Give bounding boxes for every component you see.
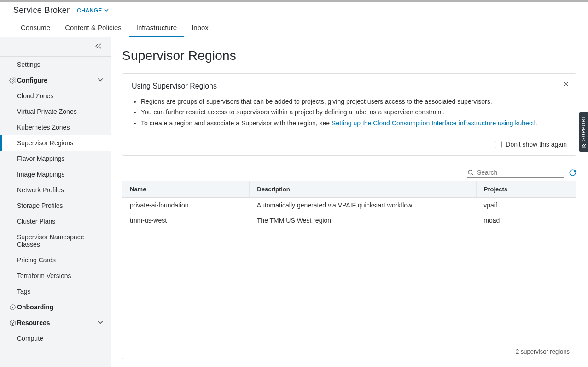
table-row[interactable]: tmm-us-west The TMM US West region moad (122, 213, 576, 228)
cell-description: The TMM US West region (250, 213, 477, 228)
sidebar-item-supervisor-namespace-classes[interactable]: Supervisor Namespace Classes (0, 229, 111, 252)
cell-name: private-ai-foundation (122, 197, 250, 213)
sidebar-section-label: Resources (17, 319, 98, 326)
info-bullet: Regions are groups of supervisors that c… (141, 97, 567, 106)
info-bullet: To create a region and associate a Super… (141, 118, 567, 128)
tab-inbox[interactable]: Inbox (184, 19, 216, 37)
collapse-sidebar-icon[interactable] (95, 43, 102, 51)
cell-projects: vpaif (476, 197, 576, 213)
gear-icon (8, 77, 17, 84)
cell-name: tmm-us-west (122, 213, 250, 228)
no-entry-icon (8, 304, 17, 311)
info-doc-link[interactable]: Setting up the Cloud Consumption Interfa… (332, 119, 536, 127)
cell-description: Automatically generated via VPAIF quicks… (250, 197, 477, 213)
svg-point-2 (468, 170, 472, 174)
sidebar-item-tags[interactable]: Tags (0, 284, 111, 299)
change-label: CHANGE (77, 7, 102, 14)
column-header-description[interactable]: Description (250, 181, 477, 198)
support-label: SUPPORT (581, 115, 586, 141)
tab-content-policies[interactable]: Content & Policies (58, 19, 129, 37)
dont-show-label: Don't show this again (506, 141, 567, 148)
info-bullet-suffix: . (536, 119, 537, 127)
sidebar-section-configure[interactable]: Configure (0, 72, 111, 88)
close-icon[interactable] (563, 80, 569, 88)
sidebar-section-resources[interactable]: Resources (0, 315, 111, 331)
search-icon (467, 169, 474, 176)
info-bullet: You can further restrict access to super… (141, 107, 567, 117)
sidebar-item-compute[interactable]: Compute (0, 331, 111, 346)
sidebar-collapse-bar (0, 37, 111, 57)
search-field[interactable] (467, 169, 564, 178)
info-bullet-text: To create a region and associate a Super… (141, 119, 332, 127)
change-service-link[interactable]: CHANGE (77, 7, 108, 14)
top-header: Service Broker CHANGE (0, 0, 588, 15)
info-card: Using Supervisor Regions Regions are gro… (122, 73, 576, 156)
refresh-icon (569, 169, 576, 177)
tab-consume[interactable]: Consume (13, 19, 58, 37)
sidebar-item-virtual-private-zones[interactable]: Virtual Private Zones (0, 104, 111, 119)
refresh-button[interactable] (569, 169, 576, 178)
sidebar-item-image-mappings[interactable]: Image Mappings (0, 166, 111, 182)
sidebar-item-cluster-plans[interactable]: Cluster Plans (0, 213, 111, 229)
sidebar-item-pricing-cards[interactable]: Pricing Cards (0, 252, 111, 268)
sidebar-item-storage-profiles[interactable]: Storage Profiles (0, 198, 111, 213)
primary-tabs: Consume Content & Policies Infrastructur… (0, 19, 588, 37)
info-card-title: Using Supervisor Regions (132, 82, 567, 90)
main-content: Supervisor Regions Using Supervisor Regi… (111, 37, 588, 367)
sidebar-item-terraform-versions[interactable]: Terraform Versions (0, 268, 111, 284)
sidebar-item-kubernetes-zones[interactable]: Kubernetes Zones (0, 119, 111, 135)
cube-icon (8, 320, 17, 326)
chevron-down-icon (98, 77, 103, 84)
sidebar-item-settings[interactable]: Settings (0, 57, 111, 72)
table-row[interactable]: private-ai-foundation Automatically gene… (122, 197, 576, 213)
chevron-left-double-icon (581, 143, 586, 149)
chevron-down-icon (104, 7, 109, 14)
search-input[interactable] (477, 169, 564, 176)
sidebar-item-cloud-zones[interactable]: Cloud Zones (0, 88, 111, 104)
chevron-down-icon (98, 319, 103, 326)
support-tab[interactable]: SUPPORT (579, 112, 588, 152)
sidebar-section-onboarding[interactable]: Onboarding (0, 299, 111, 315)
sidebar-section-label: Configure (17, 77, 98, 84)
column-header-projects[interactable]: Projects (476, 181, 576, 198)
sidebar-item-network-profiles[interactable]: Network Profiles (0, 182, 111, 198)
app-title: Service Broker (13, 6, 70, 15)
svg-point-0 (12, 79, 13, 81)
column-header-name[interactable]: Name (122, 181, 250, 198)
sidebar-section-label: Onboarding (17, 303, 103, 311)
dont-show-checkbox[interactable] (495, 141, 502, 148)
cell-projects: moad (476, 213, 576, 228)
page-title: Supervisor Regions (122, 48, 576, 63)
regions-table: Name Description Projects private-ai-fou… (122, 181, 576, 359)
sidebar-item-flavor-mappings[interactable]: Flavor Mappings (0, 151, 111, 166)
tab-infrastructure[interactable]: Infrastructure (129, 19, 184, 37)
table-footer-count: 2 supervisor regions (122, 344, 576, 359)
sidebar-item-supervisor-regions[interactable]: Supervisor Regions (0, 135, 111, 151)
sidebar: Settings Configure Cloud Zones Virtual P… (0, 37, 111, 367)
